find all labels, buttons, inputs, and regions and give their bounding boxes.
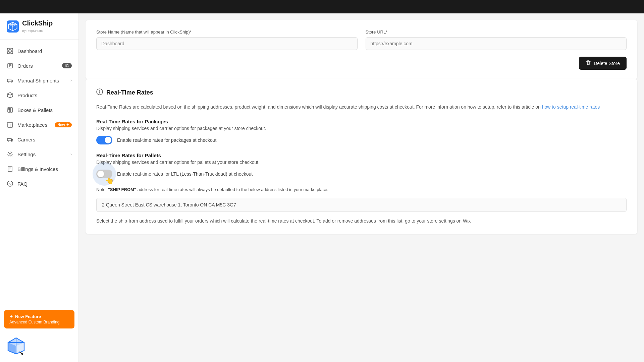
svg-line-18 [10, 94, 13, 95]
svg-point-24 [8, 141, 9, 142]
ltl-toggle[interactable] [96, 170, 112, 178]
sidebar-item-marketplaces[interactable]: Marketplaces New ✦ [0, 117, 78, 132]
carriers-label: Carriers [17, 137, 72, 142]
packages-toggle-label: Enable real-time rates for packages at c… [117, 137, 217, 143]
new-feature-title: ✦ New Feature [9, 314, 69, 319]
svg-text:?: ? [9, 182, 12, 186]
svg-rect-5 [7, 48, 9, 50]
sparkle-icon: ✦ [9, 314, 13, 319]
settings-icon [7, 151, 13, 158]
address-box: 2 Queen Street East CS warehouse 1, Toro… [96, 198, 627, 212]
ltl-toggle-wrapper: Enable real-time rates for LTL (Less-Tha… [96, 170, 627, 178]
delete-btn-row: Delete Store [96, 57, 627, 70]
carriers-icon [7, 136, 13, 143]
orders-badge: 41 [62, 63, 72, 68]
clickship-logo-icon [7, 20, 19, 33]
svg-rect-7 [7, 52, 9, 54]
billings-icon [7, 166, 13, 172]
ltl-toggle-slider [96, 170, 112, 178]
sidebar-item-products[interactable]: Products [0, 88, 78, 103]
top-bar [0, 0, 644, 13]
rtr-section-header: Real-Time Rates [96, 88, 627, 97]
svg-rect-13 [7, 79, 11, 82]
svg-rect-21 [8, 108, 10, 109]
delete-store-button[interactable]: Delete Store [579, 57, 627, 70]
products-icon [7, 92, 13, 99]
svg-rect-6 [11, 48, 13, 50]
svg-point-25 [11, 141, 12, 142]
store-url-label: Store URL* [366, 29, 627, 35]
svg-point-44 [99, 90, 100, 91]
manual-shipments-chevron: › [70, 78, 72, 83]
bottom-cube-icon [7, 337, 25, 355]
marketplaces-icon [7, 121, 13, 128]
marketplaces-badge: New ✦ [55, 122, 72, 127]
svg-point-15 [11, 82, 12, 83]
logo-main-text: ClickShip [22, 19, 53, 27]
store-name-label: Store Name (Name that will appear in Cli… [96, 29, 358, 35]
logo-text-container: ClickShip By PropStream [22, 19, 53, 33]
sidebar-item-boxes-pallets[interactable]: Boxes & Pallets [0, 103, 78, 117]
svg-line-17 [7, 94, 10, 95]
store-url-input[interactable] [366, 37, 627, 50]
delete-store-label: Delete Store [594, 61, 620, 66]
svg-rect-8 [11, 52, 13, 54]
pallets-section: Real-Time Rates for Pallets Display ship… [96, 153, 627, 178]
sidebar-item-orders[interactable]: Orders 41 [0, 58, 78, 73]
rtr-title: Real-Time Rates [106, 89, 153, 96]
boxes-icon [7, 107, 13, 113]
settings-chevron: › [70, 152, 72, 157]
products-label: Products [17, 93, 72, 98]
manual-shipments-label: Manual Shipments [17, 78, 66, 83]
select-description: Select the ship-from address used to ful… [96, 217, 627, 225]
store-form-card: Store Name (Name that will appear in Cli… [86, 20, 637, 79]
sidebar-item-faq[interactable]: ? FAQ [0, 176, 78, 191]
svg-rect-20 [10, 108, 12, 112]
info-circle-icon [96, 88, 103, 97]
trash-icon [586, 60, 591, 66]
sidebar-navigation: Dashboard Orders 41 Manual Shipments › [0, 40, 78, 307]
packages-toggle-slider [96, 136, 112, 144]
store-url-group: Store URL* [366, 29, 627, 50]
orders-label: Orders [17, 63, 58, 69]
pallets-desc: Display shipping services and carrier op… [96, 160, 627, 165]
packages-toggle[interactable] [96, 136, 112, 144]
faq-label: FAQ [17, 181, 72, 187]
rtr-description: Real-Time Rates are calculated based on … [96, 103, 627, 111]
grid-icon [7, 48, 13, 54]
sidebar-logo: ClickShip By PropStream [0, 13, 78, 40]
sidebar-item-carriers[interactable]: Carriers [0, 132, 78, 147]
svg-point-14 [8, 82, 9, 83]
packages-toggle-row: Enable real-time rates for packages at c… [96, 136, 627, 144]
billings-label: Billings & Invoices [17, 166, 72, 172]
real-time-rates-card: Real-Time Rates Real-Time Rates are calc… [86, 79, 637, 234]
marketplaces-label: Marketplaces [17, 122, 51, 128]
sidebar-item-dashboard[interactable]: Dashboard [0, 44, 78, 58]
svg-rect-19 [8, 109, 10, 112]
store-form-row: Store Name (Name that will appear in Cli… [96, 29, 627, 50]
sidebar-bottom-logo [0, 331, 78, 362]
ltl-toggle-label: Enable real-time rates for LTL (Less-Tha… [117, 171, 253, 177]
truck-icon [7, 77, 13, 84]
sidebar-item-manual-shipments[interactable]: Manual Shipments › [0, 73, 78, 88]
faq-icon: ? [7, 180, 13, 187]
svg-point-26 [9, 153, 11, 155]
main-content: Store Name (Name that will appear in Cli… [79, 13, 644, 362]
sidebar-item-settings[interactable]: Settings › [0, 147, 78, 162]
store-name-input[interactable] [96, 37, 358, 50]
packages-desc: Display shipping services and carrier op… [96, 126, 627, 131]
sidebar: ClickShip By PropStream Dashboard Orders… [0, 13, 79, 362]
logo-sub-text: By PropStream [22, 29, 43, 33]
new-feature-subtitle: Advanced Custom Branding [9, 320, 69, 324]
packages-section: Real-Time Rates for Packages Display shi… [96, 119, 627, 144]
rtr-link[interactable]: how to setup real-time rates [542, 104, 600, 110]
new-feature-button[interactable]: ✦ New Feature Advanced Custom Branding [4, 310, 74, 328]
orders-icon [7, 62, 13, 69]
svg-rect-23 [7, 138, 11, 141]
boxes-pallets-label: Boxes & Pallets [17, 107, 72, 113]
note-text: Note: "SHIP FROM" address for real time … [96, 186, 627, 193]
sidebar-item-billings[interactable]: Billings & Invoices [0, 162, 78, 176]
ship-from-highlight: "SHIP FROM" [108, 187, 136, 192]
packages-title: Real-Time Rates for Packages [96, 119, 627, 124]
pallets-title: Real-Time Rates for Pallets [96, 153, 627, 158]
